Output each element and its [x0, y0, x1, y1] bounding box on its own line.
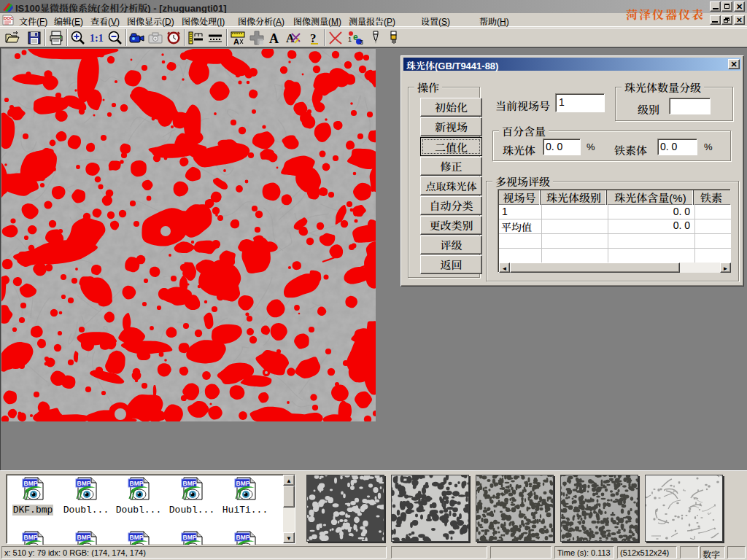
- svg-text:DOC: DOC: [4, 16, 14, 20]
- svg-text:A: A: [286, 32, 295, 44]
- svg-text:3: 3: [360, 39, 363, 46]
- svg-text:A: A: [269, 31, 279, 46]
- svg-text:1: 1: [348, 36, 352, 43]
- svg-text:A: A: [233, 37, 239, 46]
- svg-text:1:1: 1:1: [90, 33, 104, 44]
